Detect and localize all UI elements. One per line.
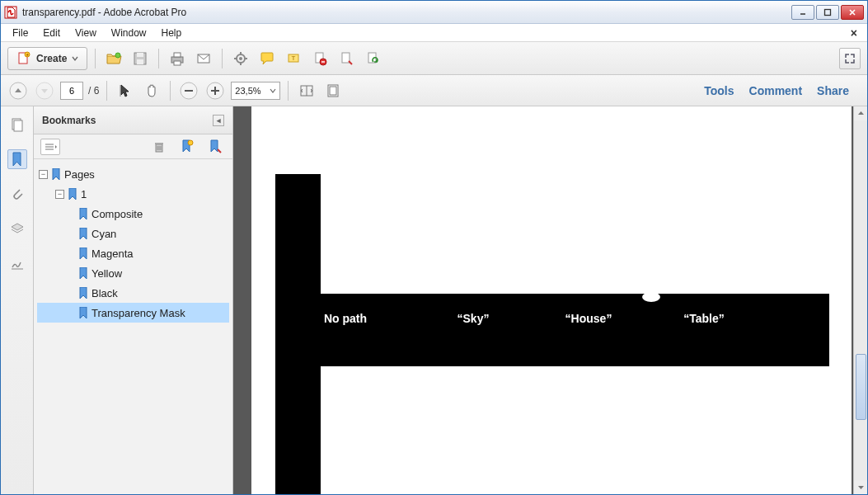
bookmark-pages[interactable]: − Pages bbox=[37, 164, 229, 184]
bookmark-composite[interactable]: Composite bbox=[37, 204, 229, 224]
hand-tool-button[interactable] bbox=[141, 80, 162, 101]
tab-comment[interactable]: Comment bbox=[749, 84, 803, 97]
rail-attachments-icon[interactable] bbox=[7, 184, 27, 204]
page-number-input[interactable] bbox=[60, 82, 83, 100]
delete-page-button[interactable] bbox=[309, 48, 331, 69]
toolbar-primary: ★ Create T bbox=[1, 42, 867, 75]
bookmark-label: Magenta bbox=[91, 248, 134, 260]
delete-bookmark-button[interactable] bbox=[148, 136, 170, 158]
bookmark-icon bbox=[78, 208, 88, 219]
main-area: Bookmarks ◂ − Pages − bbox=[1, 106, 867, 494]
svg-point-17 bbox=[239, 57, 242, 60]
menu-window[interactable]: Window bbox=[105, 26, 153, 40]
svg-text:T: T bbox=[292, 54, 296, 62]
tab-share[interactable]: Share bbox=[817, 84, 849, 97]
bookmark-label: Pages bbox=[64, 168, 95, 181]
svg-rect-48 bbox=[155, 143, 163, 144]
separator bbox=[95, 49, 96, 68]
menu-file[interactable]: File bbox=[6, 26, 35, 40]
bookmarks-panel: Bookmarks ◂ − Pages − bbox=[34, 106, 233, 494]
separator bbox=[106, 81, 107, 101]
svg-point-52 bbox=[188, 140, 193, 145]
new-bookmark-button[interactable] bbox=[176, 136, 198, 158]
separator bbox=[170, 81, 171, 101]
vertical-scrollbar[interactable] bbox=[853, 106, 867, 494]
highlight-button[interactable]: T bbox=[283, 48, 304, 69]
page-down-button[interactable] bbox=[34, 80, 55, 101]
fit-width-button[interactable] bbox=[296, 80, 317, 101]
svg-rect-2 bbox=[825, 9, 831, 15]
svg-rect-27 bbox=[342, 53, 350, 63]
rail-pages-icon[interactable] bbox=[7, 115, 27, 134]
zoom-level-input[interactable]: 23,5% bbox=[231, 82, 280, 100]
bookmark-cyan[interactable]: Cyan bbox=[37, 224, 229, 243]
zoom-out-button[interactable] bbox=[178, 80, 199, 101]
fullscreen-button[interactable] bbox=[839, 48, 861, 69]
document-page: No path “Sky” “House” “Table” bbox=[251, 106, 852, 494]
separator bbox=[288, 81, 289, 101]
page-total-label: / 6 bbox=[88, 85, 99, 97]
close-button[interactable] bbox=[841, 5, 864, 20]
bookmarks-tree: − Pages − 1 Composite bbox=[34, 159, 232, 494]
email-button[interactable] bbox=[193, 48, 214, 69]
tree-collapse-icon[interactable]: − bbox=[39, 170, 48, 179]
maximize-button[interactable] bbox=[816, 5, 839, 20]
app-window: transparency.pdf - Adobe Acrobat Pro Fil… bbox=[0, 0, 868, 495]
rail-layers-icon[interactable] bbox=[7, 219, 27, 238]
create-button[interactable]: ★ Create bbox=[7, 47, 87, 70]
scroll-down-button[interactable] bbox=[854, 480, 867, 494]
bookmark-transparency-mask[interactable]: Transparency Mask bbox=[37, 303, 229, 323]
menu-edit[interactable]: Edit bbox=[36, 26, 67, 40]
bookmarks-header: Bookmarks ◂ bbox=[34, 106, 232, 134]
menubar: File Edit View Window Help × bbox=[1, 24, 867, 42]
create-pdf-icon: ★ bbox=[16, 51, 31, 66]
collapse-panel-button[interactable]: ◂ bbox=[213, 115, 224, 126]
page-refresh-button[interactable] bbox=[362, 48, 383, 69]
page-up-button[interactable] bbox=[7, 80, 29, 101]
bookmark-label: Yellow bbox=[91, 267, 122, 280]
bookmark-icon bbox=[78, 248, 88, 259]
toolbar-secondary: / 6 23,5% Tools Comment Share bbox=[1, 75, 867, 106]
scroll-thumb[interactable] bbox=[856, 354, 866, 420]
bookmark-icon bbox=[78, 287, 88, 299]
print-button[interactable] bbox=[167, 48, 188, 69]
tab-tools[interactable]: Tools bbox=[704, 84, 734, 97]
settings-button[interactable] bbox=[230, 48, 251, 69]
scroll-up-button[interactable] bbox=[854, 106, 867, 120]
bookmark-yellow[interactable]: Yellow bbox=[37, 263, 229, 283]
fit-page-button[interactable] bbox=[322, 80, 344, 101]
doc-label-sky: “Sky” bbox=[415, 312, 531, 325]
rail-signatures-icon[interactable] bbox=[7, 253, 27, 273]
bookmark-black[interactable]: Black bbox=[37, 283, 229, 303]
right-tabs: Tools Comment Share bbox=[704, 84, 861, 97]
bookmarks-toolbar bbox=[34, 134, 232, 159]
bookmark-page-1[interactable]: − 1 bbox=[37, 184, 229, 204]
select-tool-button[interactable] bbox=[115, 80, 136, 101]
open-button[interactable] bbox=[103, 48, 124, 69]
zoom-in-button[interactable] bbox=[204, 80, 226, 101]
rail-bookmarks-icon[interactable] bbox=[7, 149, 27, 169]
menu-help[interactable]: Help bbox=[155, 26, 189, 40]
create-label: Create bbox=[36, 53, 67, 64]
bookmark-options-button[interactable] bbox=[40, 139, 60, 155]
tree-collapse-icon[interactable]: − bbox=[55, 190, 64, 199]
doc-labels-row: No path “Sky” “House” “Table” bbox=[275, 312, 829, 325]
doc-shape-horizontal bbox=[275, 294, 829, 366]
document-close-button[interactable]: × bbox=[846, 26, 862, 40]
new-bookmark-from-structure-button[interactable] bbox=[204, 136, 226, 158]
bookmark-label: 1 bbox=[81, 188, 87, 200]
bookmark-icon bbox=[68, 188, 77, 200]
save-button[interactable] bbox=[129, 48, 151, 69]
nav-rail bbox=[1, 106, 34, 494]
bookmark-label: Transparency Mask bbox=[91, 307, 185, 319]
document-viewer[interactable]: No path “Sky” “House” “Table” bbox=[233, 106, 867, 494]
bookmark-magenta[interactable]: Magenta bbox=[37, 243, 229, 263]
svg-rect-11 bbox=[137, 59, 143, 64]
comment-bubble-button[interactable] bbox=[256, 48, 278, 69]
separator bbox=[158, 49, 159, 68]
menu-view[interactable]: View bbox=[68, 26, 103, 40]
page-action-button[interactable] bbox=[335, 48, 357, 69]
minimize-button[interactable] bbox=[791, 5, 814, 20]
bookmark-icon bbox=[78, 267, 88, 279]
bookmarks-title: Bookmarks bbox=[42, 115, 96, 126]
